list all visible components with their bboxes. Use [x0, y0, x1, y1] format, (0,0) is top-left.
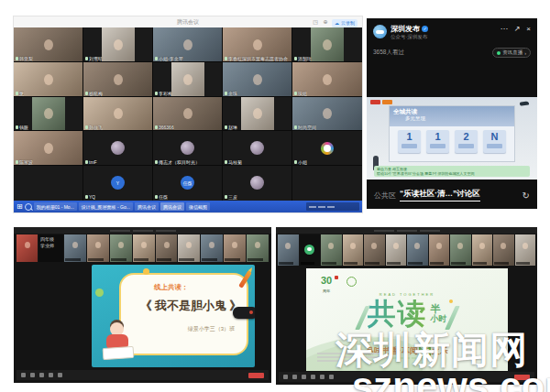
filmstrip-tile[interactable] — [87, 234, 109, 262]
rotate-screen-icon[interactable]: ↻ — [522, 191, 530, 201]
participant-tile[interactable]: YYQ — [83, 166, 153, 201]
participant-tile[interactable]: 三皮 — [223, 166, 292, 201]
participant-tile[interactable]: 赵琳 — [223, 97, 292, 132]
participant-tile[interactable]: 项姐 — [292, 62, 362, 97]
participant-tile[interactable]: 温韶琦 — [292, 27, 362, 62]
chevron-right-icon: › — [524, 50, 526, 56]
taskbar-item[interactable]: 腾讯会议 — [135, 202, 159, 211]
zone-label: 公共区 — [374, 191, 396, 201]
participant-tile[interactable]: 钱眼 — [14, 97, 83, 132]
participant-name: 李春红深圳市禁毒志愿者协会 — [225, 56, 288, 61]
participant-tile[interactable]: 陈家波 — [14, 131, 83, 166]
filmstrip-tile[interactable] — [407, 234, 428, 266]
filmstrip-tile[interactable] — [450, 234, 471, 266]
participant-name: 金珠 — [225, 91, 237, 96]
viewer-count: 3658人看过 — [373, 49, 404, 57]
record-icon — [329, 375, 334, 379]
filmstrip-tile[interactable] — [386, 234, 407, 266]
participant-tile[interactable]: 龙 — [14, 62, 83, 97]
book-title: 《 我不是胆小鬼 》 — [132, 298, 249, 314]
filmstrip-tile[interactable] — [224, 234, 246, 262]
more-icon[interactable]: ⋯ — [500, 25, 508, 41]
participant-tile[interactable]: 刘雪晴 — [83, 27, 153, 62]
filmstrip-tile[interactable] — [16, 234, 38, 262]
filmstrip-tile[interactable] — [515, 234, 536, 266]
windows-taskbar[interactable]: ⊞ 我的相册01 - Mo...设计稿_图层面板 - Go...腾讯会议腾讯会议… — [14, 201, 362, 212]
mic-icon — [294, 125, 297, 129]
discussion-topic-link[interactable]: “乐读社区·清…”讨论区 — [400, 189, 480, 201]
participant-tile[interactable]: 孙佳飞 — [83, 97, 153, 132]
verified-badge-icon: ✓ — [422, 26, 428, 32]
live-channel-button[interactable]: 资讯直播 › — [492, 48, 531, 58]
participant-name: 龙 — [16, 91, 24, 96]
system-tray[interactable] — [306, 202, 359, 211]
participant-name: tmF — [85, 159, 97, 165]
partner-logo-icon — [346, 277, 357, 287]
filmstrip-tile[interactable] — [364, 234, 385, 266]
filmstrip-tile[interactable] — [247, 234, 269, 262]
filmstrip-tile[interactable] — [343, 234, 364, 266]
filmstrip-tile[interactable] — [429, 234, 450, 266]
live-video-frame[interactable]: 全城共读 多元呈现 112N 整合力量 相互衔接 联动10个“世界读书日”分会场… — [367, 97, 537, 180]
meeting-toolbar[interactable] — [279, 372, 534, 382]
search-icon[interactable] — [25, 203, 32, 211]
filmstrip-tile[interactable] — [110, 234, 132, 262]
participant-tile[interactable]: tmF — [83, 131, 153, 166]
filmstrip-tile[interactable] — [156, 234, 178, 262]
filmstrip-tile[interactable] — [201, 234, 223, 262]
sidebar-label: 四年级 学业师 — [38, 234, 63, 262]
reading-girl-illustration — [99, 322, 141, 363]
filmstrip-tile[interactable] — [133, 234, 155, 262]
meeting-info-bar — [276, 227, 537, 234]
live-header: 深圳发布 ✓ 公众号·深圳发布 ⋯ ↗ × — [373, 25, 531, 41]
meeting-toolbar[interactable] — [16, 370, 269, 380]
participant-tile[interactable]: 杨晓梅 — [83, 62, 153, 97]
participant-tile[interactable]: 李彩梅 — [153, 62, 223, 97]
participant-tile[interactable]: 任薇任薇 — [153, 166, 223, 201]
participant-tile[interactable]: 李春红深圳市禁毒志愿者协会 — [223, 27, 292, 62]
participant-tile[interactable]: 马桂菊 — [223, 131, 292, 166]
stage-screen: 全城共读 多元呈现 112N — [389, 105, 515, 162]
green-avatar-icon — [304, 245, 314, 255]
taskbar-item[interactable]: 微信截图 — [186, 202, 210, 211]
filmstrip-tile[interactable] — [300, 234, 321, 266]
participant-tile[interactable]: 金珠 — [223, 62, 292, 97]
filmstrip-tile[interactable] — [64, 234, 86, 262]
close-icon[interactable]: × — [526, 25, 531, 41]
participant-name: 孙佳飞 — [85, 125, 103, 130]
participant-name: YQ — [85, 194, 95, 200]
leave-meeting-button[interactable] — [514, 375, 530, 380]
members-icon — [49, 373, 53, 377]
filmstrip-tile[interactable] — [472, 234, 493, 266]
participant-tile[interactable]: 小姐-李金琴 — [153, 27, 223, 62]
filmstrip — [278, 234, 535, 266]
participant-tile[interactable] — [14, 166, 83, 201]
mic-icon — [155, 92, 158, 95]
live-stream-panel: 深圳发布 ✓ 公众号·深圳发布 ⋯ ↗ × 3658人看过 资讯直播 › — [367, 18, 537, 209]
start-button-icon[interactable]: ⊞ — [16, 203, 23, 211]
participant-name: 时尚空间 — [294, 125, 316, 130]
mic-icon — [225, 195, 227, 199]
account-avatar[interactable] — [373, 25, 387, 38]
participant-tile[interactable] — [292, 166, 362, 201]
taskbar-item[interactable]: 我的相册01 - Mo... — [34, 202, 77, 211]
participant-tile[interactable]: 傅志才（双目时光） — [153, 131, 223, 166]
participant-tile[interactable]: 韩亚梨 — [14, 27, 83, 62]
reading-class-window: 四年级 学业师 线上共读： 《 我不是胆小鬼 》 绿景小学三（3）班 — [14, 227, 271, 383]
cloud-record-badge[interactable]: ☁ 云录制 — [332, 19, 358, 27]
filmstrip-tile[interactable] — [278, 234, 299, 266]
participant-name: 傅志才（双目时光） — [155, 159, 200, 165]
screenshot-collage: 腾讯会议 ◳ ⊕ ♪ ⚙ ⋮ ☁ 云录制 韩亚梨刘雪晴小姐-李金琴李春红深圳市禁… — [0, 0, 550, 392]
participant-tile[interactable]: 时尚空间 — [292, 97, 362, 132]
filmstrip-tile[interactable] — [178, 234, 200, 262]
filmstrip-tile[interactable] — [493, 234, 514, 266]
filmstrip-tile[interactable] — [321, 234, 342, 266]
leave-meeting-button[interactable] — [248, 373, 264, 378]
members-icon — [311, 375, 315, 379]
taskbar-item[interactable]: 腾讯会议 — [160, 202, 184, 211]
expand-icon[interactable]: ↗ — [514, 25, 521, 41]
taskbar-item[interactable]: 设计稿_图层面板 - Go... — [79, 202, 133, 211]
mic-icon — [294, 57, 297, 60]
participant-tile[interactable]: 366366 — [153, 97, 223, 132]
participant-tile[interactable]: 小姐 — [292, 131, 362, 166]
